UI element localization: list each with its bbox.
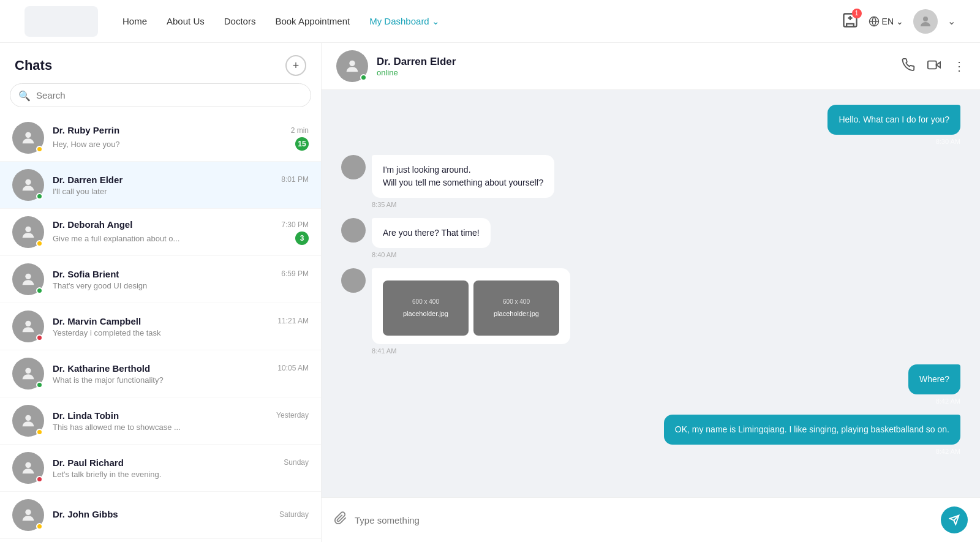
svg-point-4 <box>25 179 31 185</box>
nav-doctors[interactable]: Doctors <box>224 16 256 27</box>
status-dot <box>36 193 43 200</box>
chat-time: 6:59 PM <box>281 269 309 278</box>
phone-icon[interactable] <box>902 58 915 75</box>
svg-point-7 <box>25 321 31 326</box>
chat-name-row: Dr. Katharine Berthold 10:05 AM <box>53 363 309 374</box>
message-bubble: OK, my name is Limingqiang. I like singi… <box>664 415 960 445</box>
chat-time: 2 min <box>291 126 309 135</box>
chat-time: 11:21 AM <box>277 317 309 325</box>
navbar: Home About Us Doctors Book Appointment M… <box>0 0 980 43</box>
chat-info: Dr. Katharine Berthold 10:05 AM What is … <box>53 363 309 385</box>
msg-avatar <box>341 268 366 293</box>
message-bubble: Where? <box>908 364 960 394</box>
avatar <box>12 452 44 484</box>
chat-name-row: Dr. John Gibbs Saturday <box>53 509 309 519</box>
avatar <box>12 216 44 248</box>
chat-list-item[interactable]: Dr. Katharine Berthold 10:05 AM What is … <box>0 350 321 397</box>
nav-right: 1 EN ⌄ ⌄ <box>842 9 956 34</box>
nav-about[interactable]: About Us <box>167 16 205 27</box>
chat-info: Dr. Paul Richard Sunday Let's talk brief… <box>53 457 309 479</box>
nav-dashboard[interactable]: My Dashboard ⌄ <box>369 16 440 27</box>
chat-list-item[interactable]: Dr. Paul Richard Sunday Let's talk brief… <box>0 445 321 492</box>
chat-name: Dr. Paul Richard <box>53 457 124 468</box>
language-selector[interactable]: EN ⌄ <box>869 16 903 27</box>
svg-point-12 <box>349 61 355 66</box>
chat-list-item[interactable]: Dr. Darren Elder 8:01 PM I'll call you l… <box>0 162 321 209</box>
svg-point-6 <box>25 274 31 279</box>
sidebar-title: Chats <box>15 58 52 73</box>
chat-list-item[interactable]: Dr. Deborah Angel 7:30 PM Give me a full… <box>0 209 321 256</box>
message-row: OK, my name is Limingqiang. I like singi… <box>341 415 960 455</box>
chat-time: 8:01 PM <box>281 175 309 184</box>
chat-preview: Let's talk briefly in the evening. <box>53 470 161 479</box>
nav-links: Home About Us Doctors Book Appointment M… <box>123 16 842 27</box>
status-dot <box>36 334 43 341</box>
chat-info: Dr. Deborah Angel 7:30 PM Give me a full… <box>53 219 309 245</box>
msg-avatar <box>341 218 366 243</box>
user-avatar[interactable] <box>913 9 938 34</box>
add-chat-button[interactable]: + <box>285 55 306 76</box>
send-button[interactable] <box>941 506 968 533</box>
chat-name-row: Dr. Paul Richard Sunday <box>53 457 309 468</box>
message-bubble: Hello. What can I do for you? <box>827 105 960 135</box>
search-icon: 🔍 <box>18 89 31 101</box>
search-input[interactable] <box>10 83 311 107</box>
chat-list-item[interactable]: Dr. Ruby Perrin 2 min Hey, How are you? … <box>0 115 321 162</box>
chat-preview: Hey, How are you? <box>53 140 120 149</box>
chat-info: Dr. Darren Elder 8:01 PM I'll call you l… <box>53 175 309 196</box>
svg-point-5 <box>25 227 31 232</box>
chat-preview-row: Hey, How are you? 15 <box>53 137 309 151</box>
messages-area: Hello. What can I do for you? 8:30 AM I'… <box>322 90 980 497</box>
chat-input-area <box>322 497 980 542</box>
message-bubble: 600 x 400 placeholder.jpg 600 x 400 plac… <box>372 268 570 344</box>
hospital-icon[interactable]: 1 <box>842 12 859 31</box>
message-row: 600 x 400 placeholder.jpg 600 x 400 plac… <box>341 268 960 355</box>
more-options-icon[interactable]: ⋮ <box>953 59 965 73</box>
image-attachment[interactable]: 600 x 400 placeholder.jpg <box>383 280 469 336</box>
chat-contact-name: Dr. Darren Elder <box>377 56 902 68</box>
message-row: I'm just looking around.Will you tell me… <box>341 155 960 208</box>
chat-name: Dr. Marvin Campbell <box>53 316 141 326</box>
logo[interactable] <box>24 6 98 37</box>
svg-point-3 <box>25 132 31 138</box>
message-input[interactable] <box>355 515 933 525</box>
svg-point-2 <box>923 17 928 21</box>
notification-badge: 1 <box>852 9 862 18</box>
chat-list-item[interactable]: Dr. John Gibbs Saturday <box>0 492 321 539</box>
chat-list-item[interactable]: Dr. Linda Tobin Yesterday This has allow… <box>0 397 321 445</box>
chat-list-item[interactable]: Dr. Sofia Brient 6:59 PM That's very goo… <box>0 256 321 303</box>
chat-time: Saturday <box>279 510 309 519</box>
status-dot <box>36 146 43 152</box>
chat-header-actions: ⋮ <box>902 58 965 75</box>
nav-book[interactable]: Book Appointment <box>275 16 350 27</box>
chat-list-item[interactable]: Dr. Marvin Campbell 11:21 AM Yesterday i… <box>0 303 321 350</box>
chat-contact-status: online <box>377 68 902 77</box>
chat-name: Dr. Sofia Brient <box>53 269 119 279</box>
chat-name-row: Dr. Deborah Angel 7:30 PM <box>53 219 309 230</box>
message-time: 8:42 AM <box>908 397 960 405</box>
video-icon[interactable] <box>927 58 941 75</box>
chat-name: Dr. Katharine Berthold <box>53 363 150 374</box>
sidebar-header: Chats + <box>0 43 321 83</box>
chat-preview: This has allowed me to showcase ... <box>53 423 181 432</box>
nav-home[interactable]: Home <box>123 16 147 27</box>
message-bubble: Are you there? That time! <box>372 218 491 248</box>
svg-point-11 <box>25 510 31 515</box>
chat-sidebar: Chats + 🔍 Dr. Ruby Perrin 2 min Hey, How… <box>0 43 322 542</box>
chat-info: Dr. Linda Tobin Yesterday This has allow… <box>53 410 309 432</box>
chat-name: Dr. Darren Elder <box>53 175 123 185</box>
message-time: 8:41 AM <box>372 347 570 355</box>
chat-preview-row: Let's talk briefly in the evening. <box>53 470 309 479</box>
status-dot <box>36 382 43 388</box>
chat-name-row: Dr. Marvin Campbell 11:21 AM <box>53 316 309 326</box>
image-attachment[interactable]: 600 x 400 placeholder.jpg <box>473 280 559 336</box>
chat-header-info: Dr. Darren Elder online <box>377 56 902 77</box>
chat-time: Yesterday <box>276 411 309 420</box>
attach-icon[interactable] <box>334 511 347 529</box>
msg-avatar <box>341 155 366 179</box>
avatar <box>12 405 44 437</box>
chat-info: Dr. Marvin Campbell 11:21 AM Yesterday i… <box>53 316 309 337</box>
message-row: Where? 8:42 AM <box>341 364 960 405</box>
message-time: 8:35 AM <box>372 201 554 208</box>
chat-name-row: Dr. Sofia Brient 6:59 PM <box>53 269 309 279</box>
